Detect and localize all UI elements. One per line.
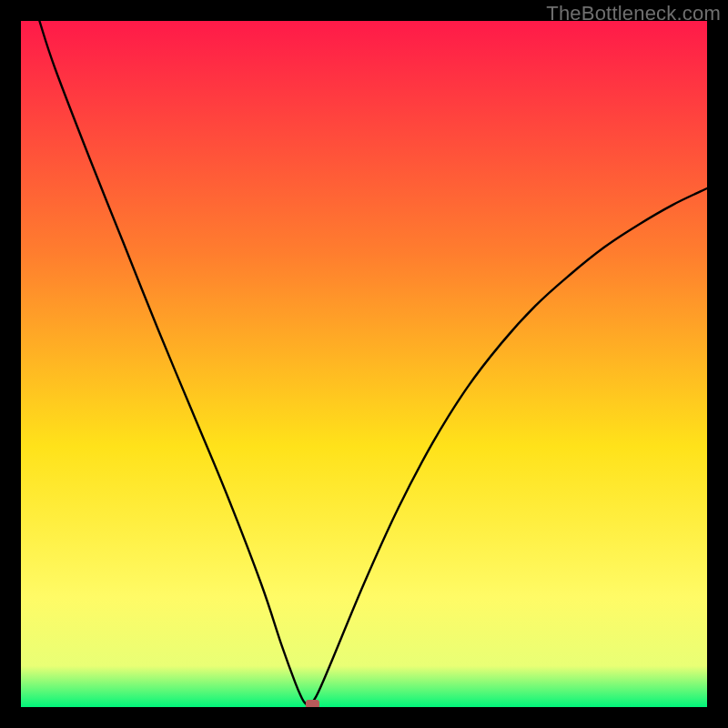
watermark-text: TheBottleneck.com [546, 2, 721, 25]
plot-svg [21, 21, 707, 707]
gradient-background [21, 21, 707, 707]
minimum-marker [306, 700, 319, 707]
chart-frame: TheBottleneck.com [0, 0, 728, 728]
plot-area [21, 21, 707, 707]
